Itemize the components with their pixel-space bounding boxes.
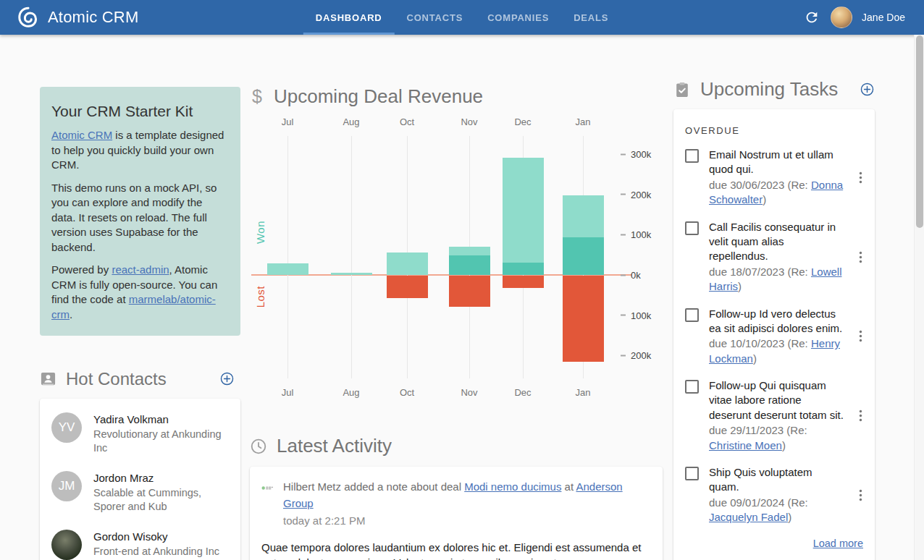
starter-kit-paragraph-1: Atomic CRM is a template designed to hel… bbox=[51, 128, 229, 173]
atomic-crm-link[interactable]: Atomic CRM bbox=[51, 129, 112, 141]
note-icon bbox=[261, 482, 274, 529]
contact-list-item[interactable]: Gordon WisokyFront-end at Ankunding Inc bbox=[40, 522, 240, 560]
bar-won-light[interactable] bbox=[503, 158, 544, 263]
upcoming-tasks-title: Upcoming Tasks bbox=[700, 78, 838, 101]
bar-won-dark[interactable] bbox=[503, 263, 544, 275]
activity-text: Hilbert Metz added a note about deal Mod… bbox=[283, 478, 651, 529]
activity-deal-link[interactable]: Modi nemo ducimus bbox=[464, 480, 561, 493]
contact-photo-avatar bbox=[51, 530, 82, 560]
task-item: Follow-up Qui quisquam vitae labore rati… bbox=[685, 378, 866, 453]
task-body: Ship Quis voluptatem quam.due 09/01/2024… bbox=[709, 465, 844, 525]
tab-contacts[interactable]: CONTACTS bbox=[395, 0, 476, 35]
task-item: Call Facilis consequatur in velit quam a… bbox=[685, 220, 866, 294]
load-more-link[interactable]: Load more bbox=[813, 538, 863, 549]
header-right: Jane Doe bbox=[802, 7, 905, 28]
chart-y-tick: 300k bbox=[621, 149, 651, 160]
bar-lost[interactable] bbox=[563, 276, 604, 362]
chart-month-label-top: Aug bbox=[343, 116, 359, 127]
chart-month-label-bottom: Dec bbox=[514, 387, 531, 398]
user-name[interactable]: Jane Doe bbox=[862, 12, 905, 23]
task-item: Email Nostrum ut et ullam quod qui.due 3… bbox=[685, 148, 866, 208]
contact-name: Jordon Mraz bbox=[93, 472, 229, 484]
refresh-button[interactable] bbox=[802, 8, 821, 27]
task-checkbox[interactable] bbox=[685, 308, 699, 322]
tick-label: 100k bbox=[631, 229, 651, 240]
contact-info: Jordon MrazScalable at Cummings, Sporer … bbox=[93, 471, 229, 514]
bar-won-light[interactable] bbox=[331, 273, 372, 275]
contact-info: Yadira VolkmanRevolutionary at Ankunding… bbox=[93, 412, 229, 456]
task-checkbox[interactable] bbox=[685, 467, 699, 480]
bar-won-light[interactable] bbox=[267, 263, 308, 275]
latest-activity-title: Latest Activity bbox=[277, 435, 392, 457]
bar-won-dark[interactable] bbox=[563, 237, 604, 275]
task-menu-button[interactable] bbox=[854, 307, 866, 367]
bar-lost[interactable] bbox=[503, 276, 544, 288]
task-contact-link[interactable]: Henry Lockman bbox=[709, 337, 840, 364]
task-menu-button[interactable] bbox=[854, 220, 866, 294]
task-menu-button[interactable] bbox=[854, 465, 866, 525]
task-contact-link[interactable]: Donna Schowalter bbox=[709, 179, 843, 205]
task-contact-link[interactable]: Christine Moen bbox=[709, 439, 782, 451]
main-nav: DASHBOARDCONTACTSCOMPANIESDEALS bbox=[303, 0, 621, 35]
task-checkbox[interactable] bbox=[685, 380, 699, 394]
contact-list-item[interactable]: YVYadira VolkmanRevolutionary at Ankundi… bbox=[40, 405, 240, 464]
task-due: due 30/06/2023 (Re: Donna Schowalter) bbox=[709, 178, 844, 208]
task-checkbox[interactable] bbox=[685, 149, 699, 163]
chart-y-tick: 100k bbox=[621, 310, 651, 321]
add-task-button[interactable] bbox=[860, 82, 875, 97]
hot-contacts-title: Hot Contacts bbox=[66, 369, 167, 389]
load-more-row: Load more bbox=[685, 538, 863, 549]
chart-month-label-bottom: Jul bbox=[282, 387, 294, 398]
tick-label: 200k bbox=[631, 189, 651, 200]
add-contact-button[interactable] bbox=[219, 371, 235, 386]
task-due: due 10/10/2023 (Re: Henry Lockman) bbox=[709, 336, 844, 366]
page-scrollbar-thumb[interactable] bbox=[916, 35, 923, 228]
task-menu-button[interactable] bbox=[854, 378, 866, 453]
page-scrollbar-track[interactable] bbox=[914, 35, 924, 560]
contact-card-icon bbox=[40, 370, 56, 387]
main-content: Your CRM Starter Kit Atomic CRM is a tem… bbox=[0, 35, 914, 560]
logo-area[interactable]: Atomic CRM bbox=[16, 6, 138, 29]
chart-y-tick: 200k bbox=[621, 189, 651, 200]
bar-lost[interactable] bbox=[449, 276, 490, 307]
bar-won-light[interactable] bbox=[449, 247, 490, 255]
bar-won-dark[interactable] bbox=[449, 255, 490, 275]
task-due: due 09/01/2024 (Re: Jacquelyn Fadel) bbox=[709, 496, 844, 525]
contact-role: Front-end at Ankunding Inc bbox=[93, 545, 219, 559]
task-body: Follow-up Qui quisquam vitae labore rati… bbox=[709, 378, 844, 453]
user-avatar[interactable] bbox=[831, 7, 852, 28]
app-logo-icon bbox=[16, 6, 39, 29]
tick-dash bbox=[621, 315, 626, 316]
app-title: Atomic CRM bbox=[48, 8, 138, 27]
task-due: due 18/07/2023 (Re: Lowell Harris) bbox=[709, 265, 844, 294]
chart-month-label-top: Nov bbox=[461, 116, 477, 127]
bar-lost[interactable] bbox=[387, 276, 428, 298]
activity-actor: Hilbert Metz bbox=[283, 480, 341, 493]
bar-won-light[interactable] bbox=[563, 195, 604, 237]
upcoming-tasks-header: Upcoming Tasks bbox=[673, 78, 875, 101]
task-menu-button[interactable] bbox=[854, 148, 866, 208]
tab-deals[interactable]: DEALS bbox=[561, 0, 621, 35]
activity-note-line: Quae tempora dolores laudantium ex dolor… bbox=[261, 540, 651, 560]
task-contact-link[interactable]: Lowell Harris bbox=[709, 266, 841, 292]
middle-column: $ Upcoming Deal Revenue Won Lost JulJulA… bbox=[250, 78, 663, 560]
tab-companies[interactable]: COMPANIES bbox=[475, 0, 561, 35]
chart-y-tick: 100k bbox=[621, 229, 651, 240]
chart-y-tick: 0k bbox=[621, 270, 641, 281]
contact-list-item[interactable]: JMJordon MrazScalable at Cummings, Spore… bbox=[40, 464, 240, 522]
contact-initials-avatar: JM bbox=[51, 471, 82, 501]
react-admin-link[interactable]: react-admin bbox=[112, 263, 169, 276]
activity-time: today at 2:21 PM bbox=[283, 512, 651, 529]
deal-revenue-title: Upcoming Deal Revenue bbox=[274, 85, 483, 108]
hot-contacts-card: YVYadira VolkmanRevolutionary at Ankundi… bbox=[40, 399, 240, 560]
tab-dashboard[interactable]: DASHBOARD bbox=[303, 0, 395, 35]
chart-month-label-bottom: Nov bbox=[461, 387, 477, 398]
activity-item: Hilbert Metz added a note about deal Mod… bbox=[261, 478, 651, 529]
bar-won-light[interactable] bbox=[387, 253, 428, 275]
task-contact-link[interactable]: Jacquelyn Fadel bbox=[709, 511, 788, 523]
task-checkbox[interactable] bbox=[685, 221, 699, 235]
hot-contacts-header: Hot Contacts bbox=[40, 369, 240, 389]
task-text: Call Facilis consequatur in velit quam a… bbox=[709, 220, 844, 264]
dollar-icon: $ bbox=[250, 86, 264, 107]
right-column: Upcoming Tasks OVERDUEEmail Nostrum ut e… bbox=[673, 78, 875, 560]
